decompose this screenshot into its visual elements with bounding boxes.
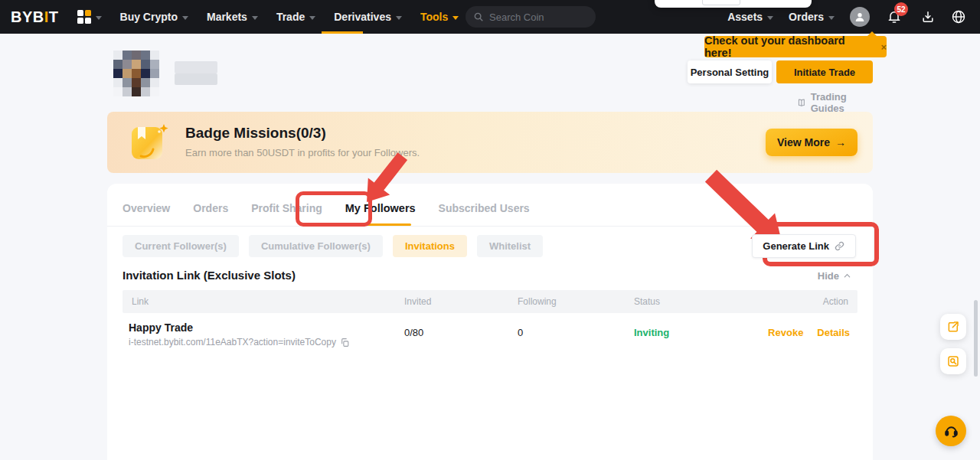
preview-float-button[interactable]	[940, 348, 966, 374]
search-icon	[473, 11, 484, 22]
actions-cell: Revoke Details	[768, 327, 850, 338]
view-more-button[interactable]: View More→	[766, 129, 858, 156]
search-box[interactable]	[466, 6, 596, 28]
caret-down-icon	[182, 16, 188, 20]
person-icon	[854, 11, 866, 23]
nav-assets[interactable]: Assets	[727, 11, 773, 23]
profile-name-blurred-2	[175, 73, 217, 85]
caret-down-icon	[96, 16, 102, 20]
col-link: Link	[132, 296, 149, 307]
invitation-section-title: Invitation Link (Exclusive Slots)	[122, 269, 296, 282]
scrollbar-thumb[interactable]	[974, 300, 978, 377]
link-cell: Happy Trade i-testnet.bybit.com/11eAabTX…	[129, 321, 350, 347]
profile-avatar-blurred	[113, 51, 159, 96]
invited-cell: 0/80	[404, 327, 423, 338]
details-link[interactable]: Details	[817, 327, 850, 338]
table-row: Happy Trade i-testnet.bybit.com/11eAabTX…	[122, 315, 858, 352]
tab-profit-sharing[interactable]: Profit Sharing	[251, 202, 322, 214]
grid-squares-icon	[77, 10, 91, 24]
col-invited: Invited	[404, 296, 431, 307]
followers-card: Overview Orders Profit Sharing My Follow…	[107, 184, 873, 460]
chevron-up-icon	[843, 272, 851, 280]
arrow-right-icon: →	[835, 136, 846, 148]
caret-down-icon	[828, 16, 835, 20]
subtab-cumulative-followers[interactable]: Cumulative Follower(s)	[249, 235, 383, 257]
link-icon	[834, 240, 845, 252]
nav-orders[interactable]: Orders	[789, 11, 835, 23]
badge-missions-banner: Badge Missions(0/3) Earn more than 50USD…	[107, 112, 873, 173]
avatar-mosaic-image	[113, 51, 159, 96]
caret-down-icon	[452, 16, 459, 20]
tooltip-close-icon[interactable]: ×	[880, 41, 887, 53]
dashboard-tooltip: Check out your dashboard here! ×	[704, 36, 887, 57]
notification-count-badge: 52	[894, 2, 908, 16]
user-avatar[interactable]	[850, 7, 870, 27]
headset-icon	[943, 423, 959, 439]
link-url-wrap: i-testnet.bybit.com/11eAabTX?action=invi…	[129, 337, 350, 347]
support-chat-button[interactable]	[936, 416, 966, 446]
bybit-logo[interactable]: BYBIT	[11, 8, 59, 26]
tab-my-followers[interactable]: My Followers	[345, 202, 416, 214]
notifications-button[interactable]: 52	[887, 9, 902, 24]
nav-markets[interactable]: Markets	[207, 11, 258, 23]
search-input[interactable]	[489, 11, 581, 23]
tab-subscribed-users[interactable]: Subscribed Users	[439, 202, 530, 214]
active-nav-underline	[322, 31, 363, 34]
top-nav: BYBIT Buy Crypto Markets Trade Derivativ…	[0, 0, 980, 34]
book-icon	[796, 96, 807, 109]
copy-icon[interactable]	[340, 338, 350, 347]
clipped-popup-button[interactable]	[702, 0, 740, 5]
subtab-current-followers[interactable]: Current Follower(s)	[122, 235, 239, 257]
badge-missions-icon	[126, 119, 172, 168]
nav-buy-crypto[interactable]: Buy Crypto	[120, 11, 188, 23]
tabs-divider	[107, 226, 873, 227]
globe-icon	[951, 9, 966, 24]
apps-grid-icon[interactable]	[77, 10, 102, 24]
caret-down-icon	[309, 16, 315, 20]
clipped-top-popup	[655, 0, 812, 8]
link-name: Happy Trade	[129, 321, 350, 334]
tab-bar: Overview Orders Profit Sharing My Follow…	[122, 202, 530, 214]
badge-missions-title: Badge Missions(0/3)	[185, 125, 326, 142]
tab-overview[interactable]: Overview	[122, 202, 170, 214]
tab-orders[interactable]: Orders	[193, 202, 228, 214]
subtab-whitelist[interactable]: Whitelist	[477, 235, 543, 257]
initiate-trade-button[interactable]: Initiate Trade	[776, 60, 873, 83]
subtab-invitations[interactable]: Invitations	[393, 235, 467, 257]
download-app-button[interactable]	[920, 9, 936, 24]
profile-name-blurred	[175, 61, 217, 73]
language-button[interactable]	[951, 9, 966, 24]
personal-setting-button[interactable]: Personal Setting	[688, 60, 772, 83]
tooltip-text: Check out your dashboard here!	[704, 34, 874, 59]
revoke-link[interactable]: Revoke	[768, 327, 803, 338]
nav-tools[interactable]: Tools	[420, 11, 459, 23]
caret-down-icon	[252, 16, 258, 20]
caret-down-icon	[396, 16, 402, 20]
link-url: i-testnet.bybit.com/11eAabTX?action=invi…	[129, 337, 336, 347]
trading-guides-label: Trading Guides	[811, 91, 873, 114]
status-badge: Inviting	[634, 327, 669, 338]
table-header: Link Invited Following Status Action	[122, 290, 858, 313]
share-float-button[interactable]	[940, 314, 966, 340]
external-link-icon	[946, 320, 960, 334]
caret-down-icon	[767, 16, 773, 20]
nav-derivatives[interactable]: Derivatives	[334, 11, 402, 23]
following-cell: 0	[518, 327, 523, 338]
badge-missions-subtitle: Earn more than 50USDT in profits for you…	[185, 147, 420, 158]
col-action: Action	[823, 296, 848, 307]
trading-guides-link[interactable]: Trading Guides	[796, 91, 873, 114]
col-status: Status	[634, 296, 660, 307]
hide-toggle[interactable]: Hide	[818, 270, 851, 282]
subtab-bar: Current Follower(s) Cumulative Follower(…	[122, 235, 543, 257]
document-search-icon	[946, 354, 960, 368]
generate-link-button[interactable]: Generate Link	[752, 234, 856, 258]
download-icon	[920, 9, 936, 24]
page: BYBIT Buy Crypto Markets Trade Derivativ…	[0, 0, 980, 460]
col-following: Following	[518, 296, 557, 307]
nav-trade[interactable]: Trade	[276, 11, 315, 23]
